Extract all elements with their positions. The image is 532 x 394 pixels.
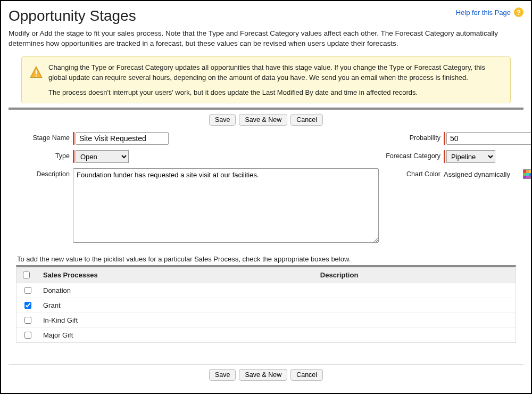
- cancel-button[interactable]: Cancel: [290, 369, 323, 381]
- help-for-this-page-link[interactable]: Help for this Page ?: [456, 7, 523, 17]
- help-icon: ?: [514, 7, 523, 17]
- required-indicator: [444, 150, 445, 163]
- sales-process-table: Sales Processes Description Donation Gra…: [16, 267, 516, 342]
- warning-icon: [29, 65, 43, 79]
- intro-text: Modify or Add the stage to fit your sale…: [9, 29, 523, 49]
- row-checkbox[interactable]: [24, 332, 31, 339]
- row-checkbox[interactable]: [24, 287, 31, 294]
- help-link-text: Help for this Page: [456, 9, 511, 17]
- page-title: Opportunity Stages: [9, 7, 136, 24]
- row-checkbox[interactable]: [24, 317, 31, 324]
- svg-rect-1: [36, 70, 37, 74]
- description-header: Description: [316, 267, 516, 283]
- chart-color-label: Chart Color: [382, 168, 440, 178]
- bottom-button-bar: Save Save & New Cancel: [9, 364, 523, 385]
- chart-color-value: Assigned dynamically: [444, 170, 510, 178]
- row-label: Grant: [39, 298, 316, 313]
- forecast-category-label: Forecast Category: [382, 150, 440, 160]
- required-indicator: [444, 132, 445, 145]
- description-label: Description: [14, 168, 70, 178]
- table-row: In-Kind Gift: [16, 313, 516, 328]
- type-label: Type: [14, 150, 70, 160]
- save-button[interactable]: Save: [209, 114, 236, 126]
- probability-input[interactable]: [446, 132, 532, 145]
- row-label: Donation: [39, 283, 316, 298]
- callout-paragraph-1: Changing the Type or Forecast Category u…: [48, 62, 503, 83]
- save-button[interactable]: Save: [209, 369, 236, 381]
- select-all-checkbox[interactable]: [23, 272, 30, 278]
- color-picker-icon[interactable]: [523, 169, 532, 179]
- picklist-intro: To add the new value to the picklist val…: [17, 255, 523, 263]
- description-textarea[interactable]: [73, 168, 379, 243]
- sales-processes-header: Sales Processes: [39, 267, 316, 283]
- save-and-new-button[interactable]: Save & New: [239, 369, 287, 381]
- stage-name-input[interactable]: [76, 132, 169, 145]
- row-label: In-Kind Gift: [39, 313, 316, 328]
- probability-label: Probability: [382, 132, 440, 142]
- cancel-button[interactable]: Cancel: [290, 114, 323, 126]
- row-label: Major Gift: [39, 328, 316, 343]
- table-row: Grant: [16, 298, 516, 313]
- table-row: Donation: [16, 283, 516, 298]
- row-checkbox[interactable]: [24, 302, 31, 309]
- top-button-bar: Save Save & New Cancel: [9, 110, 523, 130]
- table-row: Major Gift: [16, 328, 516, 343]
- forecast-category-select[interactable]: Pipeline: [446, 150, 495, 163]
- svg-rect-2: [36, 75, 37, 76]
- type-select[interactable]: Open: [76, 150, 129, 163]
- callout-paragraph-2: The process doesn't interrupt your users…: [48, 87, 503, 98]
- stage-name-label: Stage Name: [14, 132, 70, 142]
- required-indicator: [73, 150, 74, 163]
- save-and-new-button[interactable]: Save & New: [239, 114, 287, 126]
- warning-callout: Changing the Type or Forecast Category u…: [21, 56, 511, 104]
- required-indicator: [73, 132, 74, 145]
